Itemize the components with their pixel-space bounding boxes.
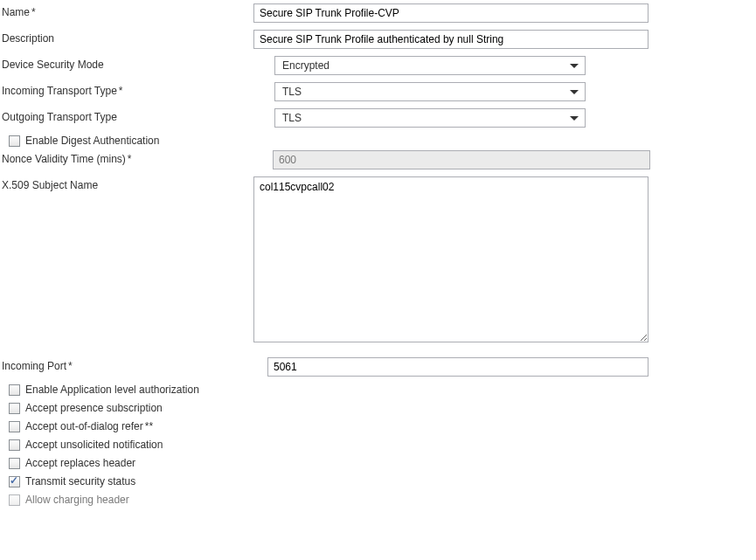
nonce-validity-label: Nonce Validity Time (mins) xyxy=(0,150,273,165)
device-security-mode-select[interactable]: Encrypted xyxy=(274,56,586,75)
outgoing-transport-type-select[interactable]: TLS xyxy=(274,108,586,128)
accept-unsolicited-checkbox[interactable] xyxy=(9,439,20,451)
enable-app-auth-checkbox[interactable] xyxy=(9,384,20,396)
incoming-port-label: Incoming Port xyxy=(0,357,267,372)
enable-digest-auth-label: Enable Digest Authentication xyxy=(25,135,159,147)
accept-presence-sub-checkbox[interactable] xyxy=(9,403,20,414)
transmit-security-label: Transmit security status xyxy=(25,475,135,487)
accept-out-of-dialog-checkbox[interactable] xyxy=(9,421,20,432)
device-security-mode-value: Encrypted xyxy=(282,59,329,72)
device-security-mode-label: Device Security Mode xyxy=(0,56,274,71)
description-label: Description xyxy=(0,30,253,45)
accept-out-of-dialog-label: Accept out-of-dialog refer xyxy=(25,420,153,432)
incoming-transport-type-select[interactable]: TLS xyxy=(274,82,586,101)
allow-charging-label: Allow charging header xyxy=(25,494,129,506)
name-input[interactable] xyxy=(253,3,648,23)
incoming-port-input[interactable] xyxy=(267,357,648,377)
enable-app-auth-label: Enable Application level authorization xyxy=(25,384,199,396)
x509-subject-name-label: X.509 Subject Name xyxy=(0,176,253,191)
enable-digest-auth-checkbox[interactable] xyxy=(9,135,20,147)
outgoing-transport-type-label: Outgoing Transport Type xyxy=(0,108,274,123)
incoming-transport-type-value: TLS xyxy=(282,86,302,98)
transmit-security-checkbox[interactable] xyxy=(9,476,20,487)
accept-unsolicited-label: Accept unsolicited notification xyxy=(25,439,163,451)
accept-replaces-checkbox[interactable] xyxy=(9,458,20,469)
accept-presence-sub-label: Accept presence subscription xyxy=(25,402,163,414)
incoming-transport-type-label: Incoming Transport Type xyxy=(0,82,274,97)
outgoing-transport-type-value: TLS xyxy=(282,112,302,124)
name-label: Name xyxy=(0,3,253,18)
accept-replaces-label: Accept replaces header xyxy=(25,457,135,469)
allow-charging-checkbox[interactable] xyxy=(9,494,20,506)
description-input[interactable] xyxy=(253,30,648,49)
nonce-validity-input xyxy=(273,150,650,169)
x509-subject-name-input[interactable] xyxy=(253,176,648,342)
